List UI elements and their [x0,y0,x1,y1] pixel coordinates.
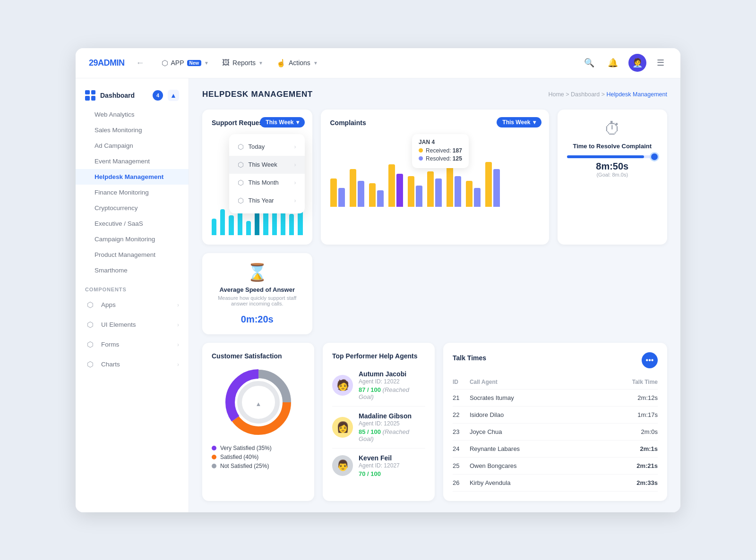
sidebar-item-apps[interactable]: ⬡ Apps › [76,295,189,315]
very-satisfied-label: Very Satisfied (35%) [220,445,272,451]
nav-actions-label: Actions [289,59,310,67]
chevron-right-icon6: › [294,161,296,168]
chevron-right-icon4: › [177,361,179,368]
dropdown-today-label: Today [249,143,265,150]
sidebar-item-helpdesk-management[interactable]: Helpdesk Management [76,169,189,185]
row-26-agent: Kirby Avendula [470,474,594,491]
nav-actions-button[interactable]: ☝ Actions ▼ [271,56,324,70]
nav-reports-button[interactable]: 🖼 Reports ▼ [216,56,269,70]
support-requests-card: Support Requests This Week ▾ ⬡ Today › [202,110,312,245]
donut-svg: ▲ [221,365,296,440]
row-24-agent: Reynante Labares [470,440,594,457]
dropdown-today[interactable]: ⬡ Today › [229,138,305,156]
sidebar-link-ad-campaign[interactable]: Ad Campaign [76,138,189,153]
charts-icon: ⬡ [85,359,95,370]
row-23-id: 23 [453,423,470,440]
sidebar-link-sales-monitoring[interactable]: Sales Monitoring [76,122,189,138]
talk-row-26: 26 Kirby Avendula 2m:33s [453,474,658,491]
cbar-6 [427,171,442,207]
sidebar-link-web-analytics[interactable]: Web Analytics [76,107,189,122]
talk-times-header: Talk Times ••• [453,352,658,368]
time-progress-thumb [651,153,658,160]
dropdown-this-year[interactable]: ⬡ This Year › [229,192,305,210]
tooltip-received-row: Received: 187 [419,147,462,154]
time-progress-bar [567,155,658,158]
tooltip-received-value: 187 [453,147,462,154]
sidebar-dashboard-header[interactable]: Dashboard 4 ▲ [76,86,189,105]
agent-item-1: 🧑 Autumn Jacobi Agent ID: 12022 87 / 100… [332,365,425,407]
avatar[interactable]: 🧑‍💼 [628,54,646,72]
sidebar-item-smarthome[interactable]: Smarthome [76,263,189,278]
sidebar-item-charts[interactable]: ⬡ Charts › [76,355,189,374]
agent-3-info: Keven Feil Agent ID: 12027 70 / 100 [359,454,400,477]
bar-5 [246,221,251,235]
sidebar-link-campaign-monitoring[interactable]: Campaign Monitoring [76,231,189,247]
nav-app-label: APP [171,59,184,67]
box-icon2: ⬡ [238,161,244,169]
time-resolve-value: 8m:50s [567,161,658,172]
sidebar-item-cryptocurrency[interactable]: Cryptocurrency [76,200,189,216]
sidebar-item-product-management[interactable]: Product Management [76,247,189,263]
sidebar-link-event-management[interactable]: Event Management [76,153,189,169]
sidebar-link-executive-saas[interactable]: Executive / SaaS [76,216,189,231]
sidebar-item-finance-monitoring[interactable]: Finance Monitoring [76,185,189,200]
sidebar-item-ui-elements[interactable]: ⬡ UI Elements › [76,315,189,335]
chevron-down-icon4: ▾ [296,119,299,126]
support-dropdown: ⬡ Today › ⬡ This Week › ⬡ This Month [229,134,305,213]
support-filter-button[interactable]: This Week ▾ [260,117,304,127]
talk-row-21: 21 Socrates Itumay 2m:12s [453,389,658,406]
dropdown-this-week-label: This Week [249,161,277,168]
sidebar-link-smarthome[interactable]: Smarthome [76,263,189,278]
sidebar-link-cryptocurrency[interactable]: Cryptocurrency [76,200,189,216]
nav-right: 🔍 🔔 🧑‍💼 ☰ [581,54,667,72]
sidebar-item-campaign-monitoring[interactable]: Campaign Monitoring [76,231,189,247]
talk-times-title: Talk Times [453,354,486,362]
cbar-7 [447,167,461,207]
svg-text:▲: ▲ [255,400,261,407]
sidebar-item-forms[interactable]: ⬡ Forms › [76,335,189,355]
row-26-id: 26 [453,474,470,491]
chevron-right-icon8: › [294,197,296,204]
chevron-down-icon5: ▾ [533,119,536,126]
time-resolve-card: ⏱ Time to Resolve Complaint 8m:50s (Goal… [558,110,668,245]
talk-more-button[interactable]: ••• [642,352,658,368]
sidebar-menu: Web Analytics Sales Monitoring Ad Campai… [76,105,189,280]
complaints-filter-button[interactable]: This Week ▾ [497,117,541,127]
row-23-agent: Joyce Chua [470,423,594,440]
hourglass-icon: ⌛ [212,263,303,282]
breadcrumb-home: Home > Dashboard > [548,91,606,98]
sidebar-link-product-management[interactable]: Product Management [76,247,189,263]
search-button[interactable]: 🔍 [581,55,597,71]
agent-1-id: Agent ID: 12022 [359,378,425,385]
dashboard-grid-icon [85,90,95,101]
bar-3 [229,215,233,235]
complaints-card: Complaints This Week ▾ JAN 4 Received: 1… [321,110,549,245]
dropdown-this-month[interactable]: ⬡ This Month › [229,174,305,192]
chevron-down-icon2: ▼ [258,60,263,66]
sidebar-item-event-management[interactable]: Event Management [76,153,189,169]
sidebar-link-finance-monitoring[interactable]: Finance Monitoring [76,185,189,200]
nav-app-button[interactable]: ⬡ APP New ▼ [156,56,215,70]
notification-button[interactable]: 🔔 [605,55,621,71]
nav-back-button[interactable]: ← [133,56,147,70]
time-resolve-goal: (Goal: 8m.0s) [567,172,658,178]
menu-button[interactable]: ☰ [654,55,667,71]
sidebar-item-sales-monitoring[interactable]: Sales Monitoring [76,122,189,138]
dropdown-this-week[interactable]: ⬡ This Week › [229,156,305,174]
sidebar-item-ad-campaign[interactable]: Ad Campaign [76,138,189,153]
agent-2-avatar: 👩 [332,417,353,438]
agent-2-reached: (Reached Goal) [359,428,409,442]
agent-item-3: 👨 Keven Feil Agent ID: 12027 70 / 100 [332,449,425,483]
agent-item-2: 👩 Madaline Gibson Agent ID: 12025 85 / 1… [332,407,425,449]
sidebar-collapse-button[interactable]: ▲ [168,90,179,101]
chevron-right-icon3: › [177,341,179,348]
talk-table: ID Call Agent Talk Time 21 Socrates Itum… [453,375,658,492]
time-progress-fill [567,155,644,158]
sidebar-item-executive-saas[interactable]: Executive / SaaS [76,216,189,231]
sidebar-link-helpdesk-management[interactable]: Helpdesk Management [76,169,189,185]
page-title: HELPDESK MANAGEMENT [202,90,313,99]
sidebar-item-web-analytics[interactable]: Web Analytics [76,107,189,122]
agent-2-score: 85 / 100 (Reached Goal) [359,428,425,442]
nav-items: ⬡ APP New ▼ 🖼 Reports ▼ ☝ Actions ▼ [156,56,573,70]
row-23-time: 2m:0s [594,423,658,440]
